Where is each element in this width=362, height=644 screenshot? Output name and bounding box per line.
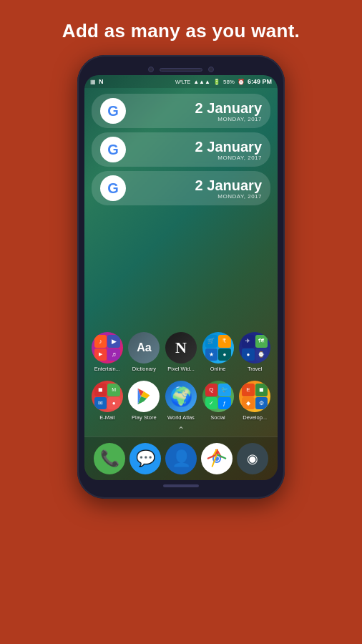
phone-frame: ▦ N W²LTE ▲▲▲ 🔋 58% ⏰ 6:49 PM G 2 Januar…	[77, 55, 285, 499]
email-icon: ◼ M ✉ ●	[92, 381, 123, 412]
dock-area: 📞 💬 👤	[84, 436, 278, 480]
status-icon-1: ▦	[90, 79, 96, 85]
g-letter-1: G	[107, 103, 119, 119]
travel-sub-2: 🗺	[255, 335, 268, 348]
email-sub-1: ◼	[94, 384, 107, 396]
travel-sub-1: ✈	[242, 335, 255, 348]
app-entertainment[interactable]: ♪ ▶ ▶ ♬ Entertain...	[90, 332, 124, 372]
phone-screen: ▦ N W²LTE ▲▲▲ 🔋 58% ⏰ 6:49 PM G 2 Januar…	[84, 75, 278, 480]
email-sub-4: ●	[107, 397, 120, 410]
worldatlas-icon: 🌍	[165, 381, 197, 412]
worldatlas-label: World Atlas	[164, 414, 198, 421]
develop-sub-3: ◆	[242, 397, 255, 410]
widget-2[interactable]: G 2 January MONDAY, 2017	[92, 132, 270, 167]
chrome-icon-svg	[207, 449, 227, 469]
app-playstore[interactable]: Play Store	[127, 381, 161, 421]
dock-arrow[interactable]: ⌃	[84, 424, 278, 436]
social-sub-3: ✓	[205, 397, 218, 410]
social-icon: Q 🐦 ✓ ƒ	[202, 381, 234, 412]
app-dictionary[interactable]: Aa Dictionary	[127, 332, 161, 372]
online-sub-4: ●	[218, 348, 231, 361]
signal-text: W²LTE	[175, 79, 190, 84]
app-row-2: ◼ M ✉ ● E-Mail	[84, 378, 278, 424]
widget-3[interactable]: G 2 January MONDAY, 2017	[92, 171, 270, 205]
dictionary-text: Aa	[137, 341, 151, 354]
date-main-3: 2 January	[133, 177, 262, 193]
social-sub-1: Q	[205, 384, 218, 396]
date-info-2: 2 January MONDAY, 2017	[133, 139, 262, 161]
phone-top-bar	[84, 62, 278, 75]
entertainment-icon: ♪ ▶ ▶ ♬	[92, 332, 123, 364]
online-icon: 🛒 ₹ ★ ●	[202, 332, 234, 364]
globe-emoji: 🌍	[170, 386, 192, 408]
travel-label: Travel	[238, 366, 272, 372]
social-sub-4: ƒ	[218, 397, 231, 410]
develop-sub-4: ⚙	[255, 397, 268, 410]
develop-sub-2: ◼	[255, 384, 268, 396]
ent-sub-4: ♬	[107, 348, 120, 361]
date-main-2: 2 January	[133, 139, 262, 155]
date-info-1: 2 January MONDAY, 2017	[133, 100, 262, 122]
online-sub-1: 🛒	[205, 335, 218, 348]
g-letter-2: G	[107, 142, 119, 158]
battery-percent: 58%	[223, 79, 235, 85]
g-letter-3: G	[107, 180, 119, 197]
app-develop[interactable]: E ◼ ◆ ⚙ Develop...	[238, 381, 272, 421]
app-email[interactable]: ◼ M ✉ ● E-Mail	[90, 381, 124, 421]
status-bar: ▦ N W²LTE ▲▲▲ 🔋 58% ⏰ 6:49 PM	[84, 75, 278, 88]
travel-sub-3: ●	[242, 348, 255, 361]
entertainment-label: Entertain...	[90, 366, 124, 372]
email-sub-3: ✉	[94, 397, 107, 410]
online-label: Online	[201, 366, 235, 372]
dock-sms[interactable]: 💬	[129, 443, 161, 474]
develop-icon: E ◼ ◆ ⚙	[239, 381, 270, 412]
battery-icon: 🔋	[213, 79, 220, 85]
dictionary-icon: Aa	[128, 332, 160, 364]
status-left: ▦ N	[90, 78, 104, 85]
date-sub-2: MONDAY, 2017	[133, 155, 262, 161]
dock-chrome[interactable]	[201, 443, 233, 474]
widget-1[interactable]: G 2 January MONDAY, 2017	[92, 94, 270, 128]
widgets-area: G 2 January MONDAY, 2017 G 2 January MON…	[84, 88, 278, 329]
email-label: E-Mail	[90, 414, 124, 421]
date-sub-1: MONDAY, 2017	[133, 116, 262, 122]
app-row-1: ♪ ▶ ▶ ♬ Entertain... Aa Dictionary N	[84, 329, 278, 375]
social-label: Social	[201, 414, 235, 421]
develop-sub-1: E	[242, 384, 255, 396]
online-sub-2: ₹	[218, 335, 231, 348]
google-g-2: G	[100, 137, 126, 162]
status-icon-n: N	[99, 78, 104, 85]
app-social[interactable]: Q 🐦 ✓ ƒ Social	[201, 381, 235, 421]
dock-camera[interactable]: ◉	[237, 443, 268, 474]
app-travel[interactable]: ✈ 🗺 ● ⌚ Travel	[238, 332, 272, 372]
travel-icon: ✈ 🗺 ● ⌚	[239, 332, 270, 364]
app-online[interactable]: 🛒 ₹ ★ ● Online	[201, 332, 235, 372]
signal-bars: ▲▲▲	[193, 79, 210, 85]
google-g-1: G	[100, 98, 126, 124]
alarm-icon: ⏰	[238, 79, 245, 85]
dictionary-label: Dictionary	[127, 366, 161, 372]
online-sub-3: ★	[205, 348, 218, 361]
camera-dot	[148, 67, 154, 72]
sensor-dot	[208, 67, 214, 72]
ent-sub-2: ▶	[107, 335, 120, 348]
dock-contacts[interactable]: 👤	[165, 443, 197, 474]
social-sub-2: 🐦	[218, 384, 231, 396]
app-pixelwidget[interactable]: N Pixel Wid...	[164, 332, 198, 372]
date-sub-3: MONDAY, 2017	[133, 193, 262, 200]
contacts-icon: 👤	[172, 449, 191, 468]
dock-phone[interactable]: 📞	[94, 443, 125, 474]
status-right: W²LTE ▲▲▲ 🔋 58% ⏰ 6:49 PM	[175, 78, 272, 85]
pixel-n-letter: N	[175, 338, 187, 357]
playstore-icon	[128, 381, 160, 412]
pixelwidget-icon: N	[165, 332, 197, 364]
pixelwidget-label: Pixel Wid...	[164, 366, 198, 372]
app-worldatlas[interactable]: 🌍 World Atlas	[164, 381, 198, 421]
email-sub-2: M	[107, 384, 120, 396]
develop-label: Develop...	[238, 414, 272, 421]
home-bar	[163, 484, 199, 487]
playstore-svg	[134, 386, 154, 406]
phone-bottom-bar	[84, 480, 278, 492]
date-main-1: 2 January	[133, 100, 262, 116]
playstore-label: Play Store	[127, 414, 161, 421]
